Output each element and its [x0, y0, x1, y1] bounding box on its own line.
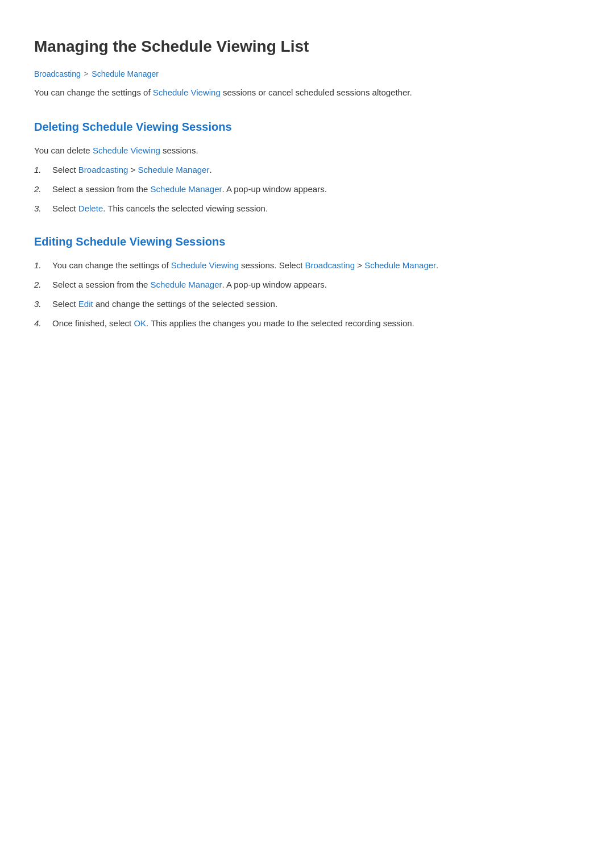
- delete-step-3-number: 3.: [34, 202, 44, 215]
- delete-step-2-content: Select a session from the Schedule Manag…: [52, 182, 580, 196]
- edit-step-1: 1. You can change the settings of Schedu…: [34, 259, 580, 272]
- delete-step-2-number: 2.: [34, 182, 44, 196]
- delete-step-1-schedule-manager: Schedule Manager: [138, 165, 210, 175]
- edit-step-3-edit: Edit: [78, 299, 93, 309]
- section-delete-intro: You can delete Schedule Viewing sessions…: [34, 144, 580, 157]
- edit-step-4-number: 4.: [34, 317, 44, 330]
- section-delete: Deleting Schedule Viewing Sessions You c…: [34, 118, 580, 215]
- edit-step-3-content: Select Edit and change the settings of t…: [52, 297, 580, 311]
- section-delete-intro-highlight: Schedule Viewing: [93, 146, 160, 155]
- edit-step-3-number: 3.: [34, 297, 44, 311]
- section-delete-intro-prefix: You can delete: [34, 146, 93, 155]
- intro-highlight: Schedule Viewing: [153, 88, 221, 97]
- edit-step-2-schedule-manager: Schedule Manager: [151, 280, 222, 289]
- delete-step-2-schedule-manager: Schedule Manager: [151, 184, 222, 194]
- edit-step-4-ok: OK: [134, 318, 146, 328]
- section-edit-title: Editing Schedule Viewing Sessions: [34, 232, 580, 251]
- edit-step-2-content: Select a session from the Schedule Manag…: [52, 278, 580, 292]
- edit-step-4-content: Once finished, select OK. This applies t…: [52, 317, 580, 330]
- delete-step-3-content: Select Delete. This cancels the selected…: [52, 202, 580, 215]
- edit-step-1-schedule-manager: Schedule Manager: [364, 260, 436, 270]
- delete-step-3: 3. Select Delete. This cancels the selec…: [34, 202, 580, 215]
- section-edit: Editing Schedule Viewing Sessions 1. You…: [34, 232, 580, 330]
- breadcrumb-separator: >: [84, 68, 89, 80]
- delete-step-1: 1. Select Broadcasting > Schedule Manage…: [34, 163, 580, 177]
- breadcrumb: Broadcasting > Schedule Manager: [34, 68, 580, 80]
- delete-step-2: 2. Select a session from the Schedule Ma…: [34, 182, 580, 196]
- edit-steps-list: 1. You can change the settings of Schedu…: [34, 259, 580, 330]
- edit-step-1-number: 1.: [34, 259, 44, 272]
- section-delete-intro-suffix: sessions.: [160, 146, 198, 155]
- edit-step-1-content: You can change the settings of Schedule …: [52, 259, 580, 272]
- edit-step-1-broadcasting: Broadcasting: [305, 260, 355, 270]
- edit-step-4: 4. Once finished, select OK. This applie…: [34, 317, 580, 330]
- breadcrumb-broadcasting[interactable]: Broadcasting: [34, 68, 81, 80]
- edit-step-1-schedule-viewing: Schedule Viewing: [171, 260, 239, 270]
- delete-step-1-broadcasting: Broadcasting: [78, 165, 128, 175]
- edit-step-3: 3. Select Edit and change the settings o…: [34, 297, 580, 311]
- breadcrumb-schedule-manager[interactable]: Schedule Manager: [92, 68, 159, 80]
- delete-step-1-content: Select Broadcasting > Schedule Manager.: [52, 163, 580, 177]
- edit-step-2: 2. Select a session from the Schedule Ma…: [34, 278, 580, 292]
- delete-step-3-delete: Delete: [78, 203, 103, 213]
- intro-prefix: You can change the settings of: [34, 88, 153, 97]
- section-delete-title: Deleting Schedule Viewing Sessions: [34, 118, 580, 136]
- page-title: Managing the Schedule Viewing List: [34, 34, 580, 60]
- delete-step-1-number: 1.: [34, 163, 44, 177]
- intro-text: You can change the settings of Schedule …: [34, 86, 580, 99]
- intro-suffix: sessions or cancel scheduled sessions al…: [221, 88, 412, 97]
- edit-step-2-number: 2.: [34, 278, 44, 292]
- delete-steps-list: 1. Select Broadcasting > Schedule Manage…: [34, 163, 580, 215]
